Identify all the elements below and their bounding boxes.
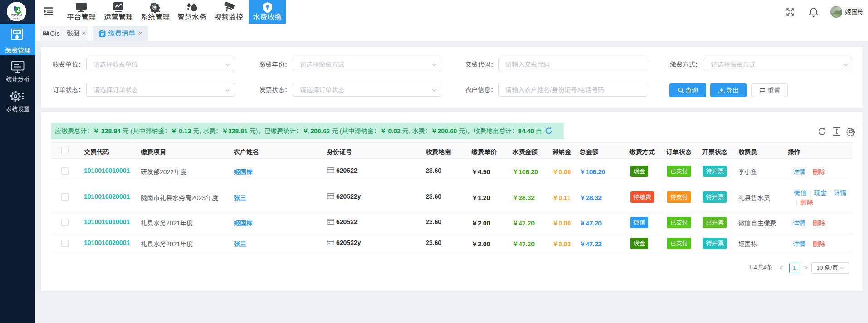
svg-text:瑞隆电气: 瑞隆电气 [13, 17, 20, 20]
